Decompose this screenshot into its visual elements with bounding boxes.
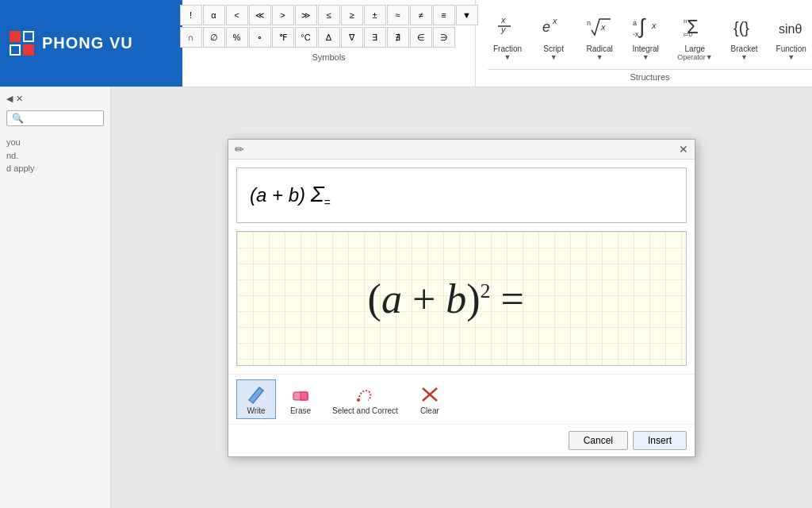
search-icon: 🔍 [12, 113, 24, 124]
svg-text:x: x [500, 15, 506, 25]
structures-items: x y Fraction ▼ e x Script ▼ [488, 5, 812, 67]
structures-label: Structures [488, 69, 812, 82]
handwritten-formula: (a + b)2 = [368, 275, 524, 321]
struct-integral[interactable]: a -x ∫ x Integral ▼ [626, 5, 665, 65]
svg-text:e: e [542, 19, 550, 35]
sym-pm[interactable]: ± [364, 5, 386, 25]
sym-approx[interactable]: ≈ [387, 5, 409, 25]
svg-text:{(}: {(} [733, 19, 749, 37]
erase-label: Erase [290, 406, 311, 415]
svg-text:∫: ∫ [638, 14, 646, 38]
svg-text:sinθ: sinθ [779, 22, 802, 36]
sym-gg[interactable]: ≫ [295, 5, 317, 25]
sidebar-search[interactable]: 🔍 [6, 110, 104, 126]
structures-section: x y Fraction ▼ e x Script ▼ [476, 0, 812, 87]
sym-exists[interactable]: ∃ [364, 27, 386, 48]
sym-in[interactable]: ∈ [410, 27, 432, 48]
sym-gt[interactable]: > [272, 5, 294, 25]
sym-equiv[interactable]: ≡ [433, 5, 455, 25]
svg-point-18 [357, 398, 360, 402]
struct-bracket[interactable]: {(} Bracket ▼ [725, 5, 764, 65]
struct-function[interactable]: sinθ Function ▼ [771, 5, 812, 65]
select-label: Select and Correct [332, 406, 398, 415]
logo-square-2 [23, 31, 34, 42]
sym-ni[interactable]: ∋ [433, 27, 455, 48]
symbols-section: ! α < ≪ > ≫ ≤ ≥ ± ≈ ≠ ≡ ▼ ∩ ∅ % ∘ ℉ °C [182, 0, 476, 87]
clear-tool-button[interactable]: Clear [410, 379, 450, 419]
radical-arrow: ▼ [596, 53, 603, 61]
sidebar-close-btn[interactable]: ✕ [16, 94, 23, 104]
svg-text:x: x [600, 22, 606, 32]
logo-square-4 [23, 44, 34, 56]
svg-text:a: a [633, 19, 637, 27]
ribbon: PHONG VU ! α < ≪ > ≫ ≤ ≥ ± ≈ ≠ ≡ ▼ ∩ ∅ [0, 0, 812, 87]
sym-celsius[interactable]: °C [295, 27, 317, 48]
large-operator-label: Large [685, 44, 706, 53]
large-operator-icon: n i=0 Σ [680, 9, 709, 44]
sidebar-text-1: you [6, 136, 104, 149]
sidebar-back[interactable]: ◀ [6, 94, 13, 104]
svg-rect-17 [301, 392, 308, 400]
dialog-title-icon: ✏ [235, 143, 244, 156]
cancel-button[interactable]: Cancel [569, 431, 628, 450]
bracket-label: Bracket [731, 44, 758, 53]
struct-script[interactable]: e x Script ▼ [534, 5, 573, 65]
insert-button[interactable]: Insert [633, 431, 687, 450]
sym-cap[interactable]: ∩ [180, 27, 202, 48]
write-tool-button[interactable]: Write [236, 379, 276, 419]
logo-square-3 [10, 44, 21, 56]
sym-expand[interactable]: ▼ [456, 5, 478, 25]
function-label: Function [776, 44, 806, 53]
write-icon [243, 383, 269, 406]
sym-nabla[interactable]: ∇ [341, 27, 363, 48]
fraction-arrow: ▼ [504, 53, 511, 61]
sym-nexists[interactable]: ∄ [387, 27, 409, 48]
svg-text:-x: -x [633, 30, 639, 38]
sym-fahr[interactable]: ℉ [272, 27, 294, 48]
clear-icon [417, 383, 442, 406]
struct-fraction[interactable]: x y Fraction ▼ [488, 5, 527, 65]
dialog-toolbar: Write Erase [228, 374, 695, 424]
clear-label: Clear [420, 406, 439, 415]
handwriting-canvas[interactable]: (a + b)2 = [236, 231, 687, 366]
sym-delta[interactable]: Δ [318, 27, 340, 48]
function-icon: sinθ [777, 9, 806, 44]
sym-alpha[interactable]: α [203, 5, 225, 25]
write-label: Write [247, 406, 265, 415]
dialog-overlay: ✏ ✕ (a + b) Σ= (a + b)2 = [111, 87, 812, 508]
ink-equation-dialog: ✏ ✕ (a + b) Σ= (a + b)2 = [228, 139, 695, 457]
sym-ring[interactable]: ∘ [249, 27, 271, 48]
logo-text: PHONG VU [42, 34, 133, 52]
erase-tool-button[interactable]: Erase [281, 379, 320, 419]
sym-lt[interactable]: < [226, 5, 248, 25]
sym-percent[interactable]: % [226, 27, 248, 48]
symbols-row-1: ! α < ≪ > ≫ ≤ ≥ ± ≈ ≠ ≡ ▼ [180, 5, 478, 25]
svg-text:n: n [587, 19, 591, 27]
radical-label: Radical [586, 44, 612, 53]
struct-large-operator[interactable]: n i=0 Σ Large Operator▼ [672, 5, 718, 65]
logo: PHONG VU [0, 0, 182, 87]
svg-text:Σ: Σ [687, 16, 699, 37]
radical-icon: n x [585, 9, 614, 44]
symbols-grid: ! α < ≪ > ≫ ≤ ≥ ± ≈ ≠ ≡ ▼ ∩ ∅ % ∘ ℉ °C [180, 5, 478, 48]
sym-geq[interactable]: ≥ [341, 5, 363, 25]
bracket-arrow: ▼ [741, 53, 748, 61]
fraction-label: Fraction [493, 44, 522, 53]
dialog-footer: Cancel Insert [228, 424, 695, 456]
logo-square-1 [10, 31, 21, 42]
content-area: ✏ ✕ (a + b) Σ= (a + b)2 = [111, 87, 812, 508]
sym-leq[interactable]: ≤ [318, 5, 340, 25]
symbols-row-2: ∩ ∅ % ∘ ℉ °C Δ ∇ ∃ ∄ ∈ ∋ [180, 27, 478, 48]
sym-excl[interactable]: ! [180, 5, 202, 25]
sym-emptyset[interactable]: ∅ [203, 27, 225, 48]
integral-icon: a -x ∫ x [631, 9, 660, 44]
struct-radical[interactable]: n x Radical ▼ [580, 5, 619, 65]
sym-neq[interactable]: ≠ [410, 5, 432, 25]
select-icon [352, 383, 377, 406]
symbols-label: Symbols [312, 52, 345, 62]
bracket-icon: {(} [730, 9, 759, 44]
sym-ll[interactable]: ≪ [249, 5, 271, 25]
dialog-close-button[interactable]: ✕ [679, 143, 688, 156]
select-tool-button[interactable]: Select and Correct [325, 379, 405, 419]
erase-icon [288, 383, 313, 406]
